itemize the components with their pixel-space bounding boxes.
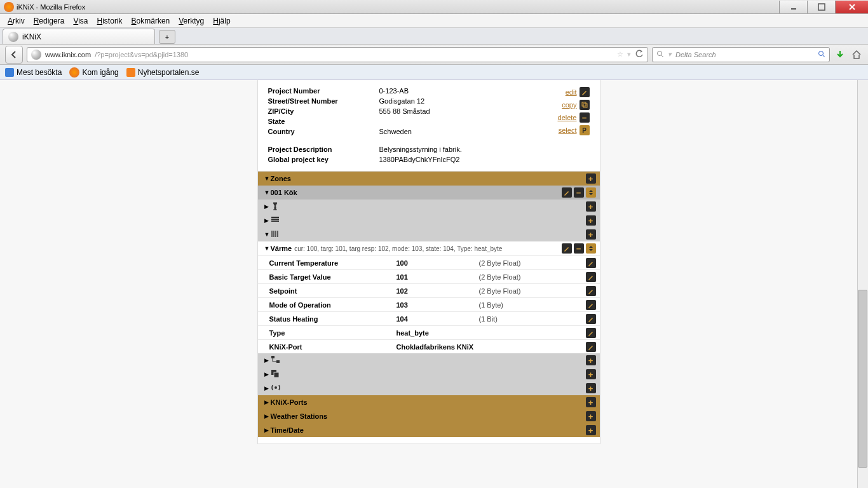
firefox-icon [69,67,79,78]
site-icon [31,50,41,60]
url-host: www.iknix.com [45,51,91,58]
svg-rect-1 [818,4,825,10]
back-button[interactable] [5,46,23,64]
bookmark-star-icon[interactable]: ☆ [617,50,623,58]
search-icon [656,50,664,59]
tab-bar: iKNiX + [0,28,868,44]
close-button[interactable] [835,1,868,13]
svg-line-7 [823,55,825,57]
firefox-icon [4,2,14,12]
svg-line-5 [661,55,663,57]
search-placeholder: Delta Search [675,51,716,58]
maximize-button[interactable] [807,1,835,13]
rss-icon [126,68,135,77]
bookmark-mest-besokta[interactable]: Mest besökta [5,68,62,77]
folder-icon [5,68,14,77]
tab-title: iKNiX [22,32,41,41]
menu-verktyg[interactable]: Verktyg [175,15,208,27]
search-box[interactable]: ▾ Delta Search [652,47,830,62]
menu-bar: Arkiv Redigera Visa Historik Bokmärken V… [0,14,868,28]
svg-point-4 [658,51,662,55]
window-titlebar: iKNiX - Mozilla Firefox [0,0,868,14]
menu-bokmarken[interactable]: Bokmärken [128,15,174,27]
new-tab-button[interactable]: + [159,30,175,44]
bookmarks-toolbar: Mest besökta Kom igång Nyhetsportalen.se [0,65,868,80]
menu-redigera[interactable]: Redigera [30,15,69,27]
menu-visa[interactable]: Visa [69,15,92,27]
url-path: /?p=project&vs=pd&pjid=1380 [95,51,188,58]
bookmark-nyhetsportalen[interactable]: Nyhetsportalen.se [126,68,200,77]
menu-arkiv[interactable]: Arkiv [4,15,29,27]
svg-point-6 [819,51,824,55]
minimize-button[interactable] [779,1,807,13]
downloads-icon[interactable] [834,48,846,61]
menu-hjalp[interactable]: Hjälp [209,15,234,27]
bookmark-kom-igang[interactable]: Kom igång [69,67,118,78]
tab-iknix[interactable]: iKNiX [3,29,155,44]
address-bar[interactable]: www.iknix.com/?p=project&vs=pd&pjid=1380… [27,47,648,62]
page-icon [8,32,18,42]
reload-icon[interactable] [635,50,644,60]
window-title: iKNiX - Mozilla Firefox [17,3,85,11]
home-icon[interactable] [850,48,863,61]
search-go-icon[interactable] [818,50,825,59]
navigation-toolbar: www.iknix.com/?p=project&vs=pd&pjid=1380… [0,44,868,65]
menu-historik[interactable]: Historik [93,15,126,27]
